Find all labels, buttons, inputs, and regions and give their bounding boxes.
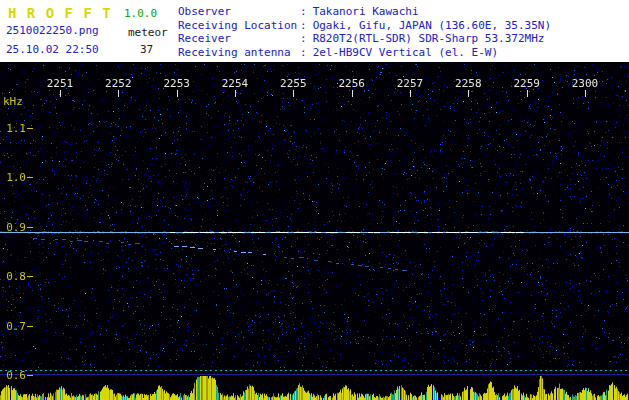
info-colon: : [300, 46, 307, 60]
output-filename: 2510022250.png [6, 24, 99, 37]
info-colon: : [300, 19, 307, 33]
app-version: 1.0.0 [124, 7, 157, 20]
mode-label: meteor [128, 26, 168, 39]
info-label: Receiving antenna [178, 46, 300, 60]
info-value: Ogaki, Gifu, JAPAN (136.60E, 35.35N) [313, 19, 551, 33]
app-title: H R O F F T [8, 5, 112, 21]
info-colon: : [300, 5, 307, 19]
hrofft-window: H R O F F T 1.0.0 2510022250.png meteor … [0, 0, 629, 400]
spectrogram-canvas [0, 62, 629, 400]
info-label: Receiver [178, 32, 300, 46]
header-info: Observer:Takanori KawachiReceiving Locat… [178, 5, 551, 59]
header-info-row: Observer:Takanori Kawachi [178, 5, 551, 19]
header-info-row: Receiving Location:Ogaki, Gifu, JAPAN (1… [178, 19, 551, 33]
info-value: Takanori Kawachi [313, 5, 419, 19]
header-info-row: Receiver:R820T2(RTL-SDR) SDR-Sharp 53.37… [178, 32, 551, 46]
timestamp: 25.10.02 22:50 [6, 43, 99, 56]
info-label: Receiving Location [178, 19, 300, 33]
header-bar: H R O F F T 1.0.0 2510022250.png meteor … [0, 0, 629, 62]
info-value: 2el-HB9CV Vertical (el. E-W) [313, 46, 498, 60]
info-colon: : [300, 32, 307, 46]
header-info-row: Receiving antenna:2el-HB9CV Vertical (el… [178, 46, 551, 60]
echo-count: 37 [140, 43, 153, 56]
info-label: Observer [178, 5, 300, 19]
info-value: R820T2(RTL-SDR) SDR-Sharp 53.372MHz [313, 32, 545, 46]
